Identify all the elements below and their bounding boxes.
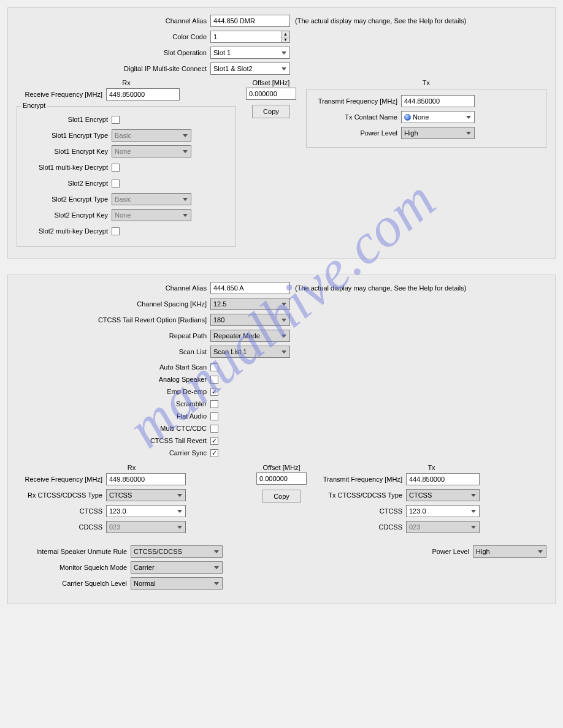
carrier-sync-label: Carrier Sync xyxy=(17,449,207,457)
scan-list-label: Scan List xyxy=(17,348,207,355)
slot2-key-label: Slot2 Encrypt Key xyxy=(22,211,108,219)
slot1-multikey-label: Slot1 multi-key Decrypt xyxy=(22,164,108,171)
tx-freq-label: Transmit Frequency [MHz] xyxy=(312,97,397,105)
scrambler-checkbox[interactable] xyxy=(210,400,218,408)
slot1-multikey-checkbox[interactable] xyxy=(112,164,120,172)
rx-cdcss-label: CDCSS xyxy=(17,523,102,531)
slot-operation-label: Slot Operation xyxy=(17,49,207,56)
channel-alias-input-2[interactable] xyxy=(210,282,290,294)
tx-section-title: Tx xyxy=(306,79,546,86)
slot1-encrypt-checkbox[interactable] xyxy=(112,116,120,124)
slot1-type-label: Slot1 Encrypt Type xyxy=(22,132,108,139)
emp-deemp-checkbox[interactable] xyxy=(210,388,218,396)
rx-ctcss-select[interactable]: 123.0 xyxy=(106,505,186,517)
analog-speaker-checkbox[interactable] xyxy=(210,376,218,384)
repeat-path-label: Repeat Path xyxy=(17,332,207,339)
slot2-key-select: None xyxy=(112,209,191,221)
encrypt-legend: Encrypt xyxy=(21,102,47,109)
rx-freq-input-2[interactable] xyxy=(106,473,186,485)
rx-cdcss-select: 023 xyxy=(106,521,186,533)
ctcss-tail-revert-checkbox[interactable] xyxy=(210,437,218,445)
encrypt-group: Encrypt Slot1 Encrypt Slot1 Encrypt Type… xyxy=(17,106,236,247)
tx-ctcss-label: CTCSS xyxy=(316,507,402,515)
slot2-multikey-label: Slot2 multi-key Decrypt xyxy=(22,227,108,235)
offset-title-2: Offset [MHz] xyxy=(254,464,309,471)
tx-type-select[interactable]: CTCSS xyxy=(406,489,480,501)
flat-audio-label: Flat Audio xyxy=(17,412,207,420)
spin-down-icon[interactable]: ▼ xyxy=(281,37,289,43)
rx-type-select[interactable]: CTCSS xyxy=(106,489,186,501)
slot1-key-label: Slot1 Encrypt Key xyxy=(22,148,108,155)
power-level-label: Power Level xyxy=(312,129,397,137)
carrier-squelch-label: Carrier Squelch Level xyxy=(17,580,127,587)
slot1-type-select: Basic xyxy=(112,129,191,142)
power-level-select[interactable]: High xyxy=(401,127,475,139)
digital-ip-label: Digital IP Multi-site Connect xyxy=(17,65,207,72)
rx-freq-label-2: Receive Frequency [MHz] xyxy=(17,476,102,483)
carrier-squelch-select[interactable]: Normal xyxy=(131,577,223,590)
offset-input[interactable] xyxy=(246,88,296,100)
tx-ctcss-select[interactable]: 123.0 xyxy=(406,505,480,517)
rx-type-label: Rx CTCSS/CDCSS Type xyxy=(17,491,102,499)
group-icon xyxy=(404,114,411,121)
analog-channel-panel: Channel Alias (The actual display may ch… xyxy=(7,275,556,604)
slot-operation-select[interactable]: Slot 1 xyxy=(210,47,290,59)
help-text-2: (The actual display may change, See the … xyxy=(295,284,466,292)
carrier-sync-checkbox[interactable] xyxy=(210,449,218,457)
channel-spacing-select[interactable]: 12.5 xyxy=(210,298,290,310)
tx-cdcss-select: 023 xyxy=(406,521,480,533)
unmute-rule-label: Internal Speaker Unmute Rule xyxy=(17,548,127,555)
channel-alias-label: Channel Alias xyxy=(17,17,207,25)
ctcss-tail-revert-label: CTCSS Tail Revert xyxy=(17,437,207,444)
spin-up-icon[interactable]: ▲ xyxy=(281,31,289,37)
tx-cdcss-label: CDCSS xyxy=(316,523,402,531)
rx-freq-input[interactable] xyxy=(106,88,180,100)
color-code-input[interactable] xyxy=(210,31,290,43)
slot2-type-label: Slot2 Encrypt Type xyxy=(22,195,108,203)
unmute-rule-select[interactable]: CTCSS/CDCSS xyxy=(131,545,223,558)
auto-start-scan-checkbox[interactable] xyxy=(210,363,218,371)
tx-type-label: Tx CTCSS/CDCSS Type xyxy=(316,491,402,499)
ctcss-tail-opt-select[interactable]: 180 xyxy=(210,314,290,326)
ctcss-tail-opt-label: CTCSS Tail Revert Option [Radians] xyxy=(17,316,207,324)
tx-contact-label: Tx Contact Name xyxy=(312,113,397,121)
rx-section-title-2: Rx xyxy=(17,464,247,471)
tx-section-title-2: Tx xyxy=(316,464,546,471)
power-level-label-2: Power Level xyxy=(383,548,469,555)
flat-audio-checkbox[interactable] xyxy=(210,412,218,420)
tx-freq-label-2: Transmit Frequency [MHz] xyxy=(316,476,402,483)
color-code-label: Color Code xyxy=(17,33,207,40)
tx-freq-input[interactable] xyxy=(401,95,475,107)
channel-alias-input[interactable] xyxy=(210,15,290,27)
analog-speaker-label: Analog Speaker xyxy=(17,376,207,383)
slot1-encrypt-label: Slot1 Encrypt xyxy=(22,116,108,123)
multi-ctc-cdc-label: Multi CTC/CDC xyxy=(17,425,207,432)
offset-input-2[interactable] xyxy=(256,472,307,485)
copy-button[interactable]: Copy xyxy=(252,105,290,118)
channel-alias-label-2: Channel Alias xyxy=(17,284,207,292)
emp-deemp-label: Emp De-emp xyxy=(17,388,207,395)
digital-ip-select[interactable]: Slot1 & Slot2 xyxy=(210,63,290,75)
rx-ctcss-label: CTCSS xyxy=(17,507,102,515)
offset-title: Offset [MHz] xyxy=(243,79,299,86)
auto-start-scan-label: Auto Start Scan xyxy=(17,363,207,371)
color-code-spinner[interactable]: ▲ ▼ xyxy=(281,31,289,42)
rx-freq-label: Receive Frequency [MHz] xyxy=(17,91,102,98)
copy-button-2[interactable]: Copy xyxy=(262,490,301,503)
channel-spacing-label: Channel Spacing [KHz] xyxy=(17,300,207,308)
monitor-squelch-select[interactable]: Carrier xyxy=(131,561,223,574)
slot2-type-select: Basic xyxy=(112,193,191,205)
power-level-select-2[interactable]: High xyxy=(473,545,546,558)
monitor-squelch-label: Monitor Squelch Mode xyxy=(17,564,127,571)
multi-ctc-cdc-checkbox[interactable] xyxy=(210,425,218,433)
digital-channel-panel: Channel Alias (The actual display may ch… xyxy=(7,7,556,259)
repeat-path-select[interactable]: Repeater Mode xyxy=(210,330,290,342)
scrambler-label: Scrambler xyxy=(17,400,207,408)
slot2-encrypt-label: Slot2 Encrypt xyxy=(22,180,108,187)
slot2-encrypt-checkbox[interactable] xyxy=(112,180,120,188)
scan-list-select[interactable]: Scan List 1 xyxy=(210,346,290,358)
slot1-key-select: None xyxy=(112,145,191,157)
slot2-multikey-checkbox[interactable] xyxy=(112,227,120,235)
tx-freq-input-2[interactable] xyxy=(406,473,480,485)
tx-contact-select[interactable]: None xyxy=(401,111,475,123)
